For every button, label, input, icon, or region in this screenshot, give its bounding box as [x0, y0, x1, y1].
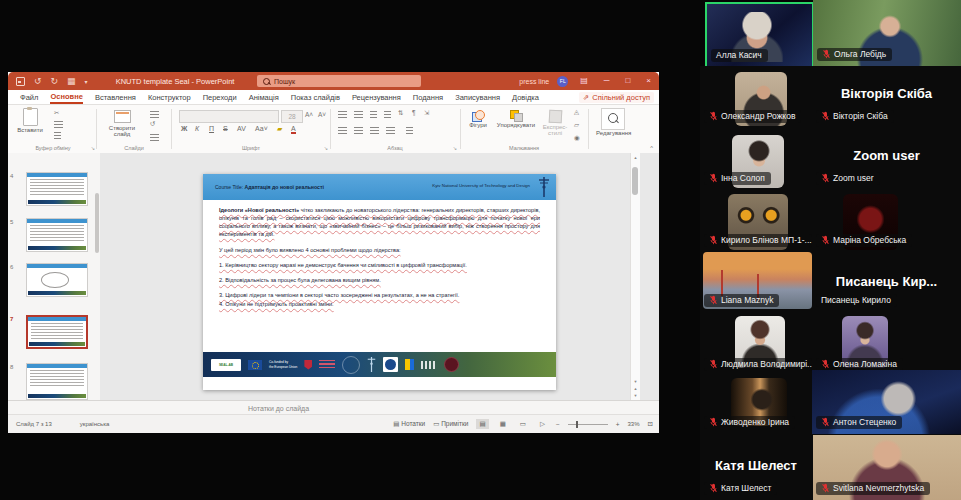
zoom-level[interactable]: 33%: [628, 421, 640, 427]
tab-design[interactable]: Конструктор: [148, 93, 191, 102]
tab-help[interactable]: Довідка: [512, 93, 539, 102]
participant-tile[interactable]: Маріна Обребська: [812, 190, 961, 252]
underline-button[interactable]: П: [209, 125, 214, 132]
character-spacing-icon[interactable]: AV: [237, 125, 246, 132]
justify-icon[interactable]: [386, 127, 395, 134]
participant-tile-no-video[interactable]: Катя Шелест Катя Шелест: [700, 434, 812, 500]
search-input[interactable]: Пошук: [257, 75, 421, 87]
participant-tile[interactable]: Ольга Лебідь: [813, 0, 961, 66]
participant-tile-no-video[interactable]: Писанець Кир... Писанець Кирило: [812, 252, 961, 312]
layout-icon[interactable]: [150, 111, 159, 118]
shape-effects-icon[interactable]: ◉: [574, 134, 580, 142]
scrollbar-thumb[interactable]: [632, 167, 638, 195]
save-icon[interactable]: [16, 77, 25, 86]
participant-tile[interactable]: Людмила Володимирі...: [700, 312, 812, 376]
numbering-icon[interactable]: [354, 111, 363, 118]
bold-button[interactable]: Ж: [181, 125, 187, 132]
shape-fill-icon[interactable]: ◬: [574, 108, 579, 116]
tab-file[interactable]: Файл: [20, 93, 38, 102]
canvas-scrollbar[interactable]: ▲ ▼ ▲ ▼: [630, 153, 640, 400]
columns-icon[interactable]: [406, 127, 413, 134]
reset-icon[interactable]: ↺: [150, 120, 155, 128]
smartart-icon[interactable]: ⇲: [424, 109, 429, 117]
thumbnail-scrollbar[interactable]: [95, 193, 99, 253]
tab-record[interactable]: Записування: [455, 93, 500, 102]
highlight-color-icon[interactable]: ▰: [277, 125, 282, 133]
section-icon[interactable]: [150, 134, 159, 141]
undo-icon[interactable]: ↺: [34, 76, 42, 86]
quick-styles-button[interactable]: Експрес-стилі: [540, 108, 570, 136]
font-dialog-launcher-icon[interactable]: ↘: [324, 145, 328, 151]
zoom-in-icon[interactable]: +: [616, 421, 620, 428]
participant-tile[interactable]: Антон Стеценко: [812, 370, 961, 434]
participant-tile[interactable]: Олена Ломакіна: [812, 312, 961, 376]
close-button[interactable]: ×: [642, 72, 655, 90]
notes-bar[interactable]: Нотатки до слайда: [8, 400, 659, 415]
align-right-icon[interactable]: [370, 127, 379, 134]
format-painter-icon[interactable]: [54, 132, 61, 139]
font-size-select[interactable]: 28: [281, 110, 303, 123]
tab-slideshow[interactable]: Показ слайдів: [291, 93, 340, 102]
collapse-ribbon-icon[interactable]: ^: [650, 145, 653, 151]
line-spacing-icon[interactable]: ⇅: [398, 109, 403, 117]
decrease-indent-icon[interactable]: [370, 111, 377, 118]
normal-view-icon[interactable]: ▤: [476, 419, 488, 429]
zoom-slider-thumb[interactable]: [576, 421, 578, 428]
scroll-up-icon[interactable]: ▲: [631, 155, 640, 160]
participant-tile[interactable]: Олександр Рожков: [700, 66, 812, 128]
quick-access-caret-icon[interactable]: ▾: [85, 78, 88, 85]
participant-tile[interactable]: Svitlana Nevmerzhytska: [812, 434, 961, 500]
restore-button[interactable]: □: [621, 72, 634, 90]
align-left-icon[interactable]: [338, 127, 347, 134]
account-name[interactable]: press line: [519, 78, 549, 85]
participant-tile-speaking[interactable]: Алла Касич: [705, 2, 814, 69]
participant-tile-no-video[interactable]: Zoom user Zoom user: [812, 128, 961, 190]
paragraph-dialog-launcher-icon[interactable]: ↘: [453, 145, 457, 151]
shrink-font-icon[interactable]: A˅: [318, 111, 326, 118]
slideshow-view-icon[interactable]: ▷: [537, 419, 548, 429]
increase-indent-icon[interactable]: [384, 111, 391, 118]
tab-review[interactable]: Рецензування: [352, 93, 401, 102]
participant-tile[interactable]: Кирило Блінов МП-1-...: [700, 190, 812, 252]
strikethrough-button[interactable]: S: [223, 125, 228, 132]
next-slide-icon[interactable]: ▼: [631, 393, 640, 398]
slide[interactable]: Course Title: Адаптація до нової реально…: [203, 174, 556, 390]
shape-outline-icon[interactable]: ▱: [574, 121, 579, 129]
avatar[interactable]: FL: [557, 76, 568, 87]
align-center-icon[interactable]: [354, 127, 363, 134]
arrange-button[interactable]: Упорядкувати: [494, 108, 538, 128]
tab-animations[interactable]: Анімація: [249, 93, 279, 102]
change-case-icon[interactable]: Аа˅: [255, 125, 268, 132]
tab-transitions[interactable]: Переходи: [203, 93, 237, 102]
tab-insert[interactable]: Вставлення: [95, 93, 136, 102]
new-slide-button[interactable]: Створити слайд: [102, 108, 142, 137]
zoom-slider[interactable]: [568, 424, 608, 425]
notes-toggle[interactable]: ▤ Нотатки: [393, 420, 425, 428]
paste-button[interactable]: Вставити: [16, 108, 44, 133]
tab-view[interactable]: Подання: [413, 93, 443, 102]
font-name-select[interactable]: [179, 110, 279, 123]
ribbon-display-options-icon[interactable]: ▤: [576, 72, 592, 90]
scroll-down-icon[interactable]: ▼: [631, 379, 640, 384]
previous-slide-icon[interactable]: ▲: [631, 386, 640, 391]
participant-tile[interactable]: Живоденко Ірина: [700, 376, 812, 434]
redo-icon[interactable]: ↻: [51, 76, 59, 86]
fit-slide-icon[interactable]: ⊡: [648, 420, 653, 428]
minimize-button[interactable]: ─: [600, 72, 614, 90]
grow-font-icon[interactable]: A˄: [305, 111, 313, 118]
participant-tile[interactable]: Liana Maznyk: [700, 252, 812, 312]
text-direction-icon[interactable]: ¶: [412, 109, 416, 116]
share-button[interactable]: ⇗ Спільний доступ: [579, 92, 654, 103]
bullets-icon[interactable]: [338, 111, 347, 118]
tab-home[interactable]: Основне: [50, 92, 82, 102]
editing-button[interactable]: Редагування: [596, 108, 630, 136]
font-color-icon[interactable]: А: [291, 125, 296, 134]
grid-icon[interactable]: ▦: [67, 76, 76, 86]
reading-view-icon[interactable]: ▭: [517, 419, 529, 429]
copy-icon[interactable]: [54, 121, 63, 128]
participant-tile[interactable]: Інна Солоп: [700, 128, 812, 190]
zoom-out-icon[interactable]: −: [556, 421, 560, 428]
language-indicator[interactable]: українська: [80, 421, 110, 427]
clipboard-dialog-launcher-icon[interactable]: ↘: [91, 145, 95, 151]
shapes-button[interactable]: Фігури: [464, 108, 492, 128]
